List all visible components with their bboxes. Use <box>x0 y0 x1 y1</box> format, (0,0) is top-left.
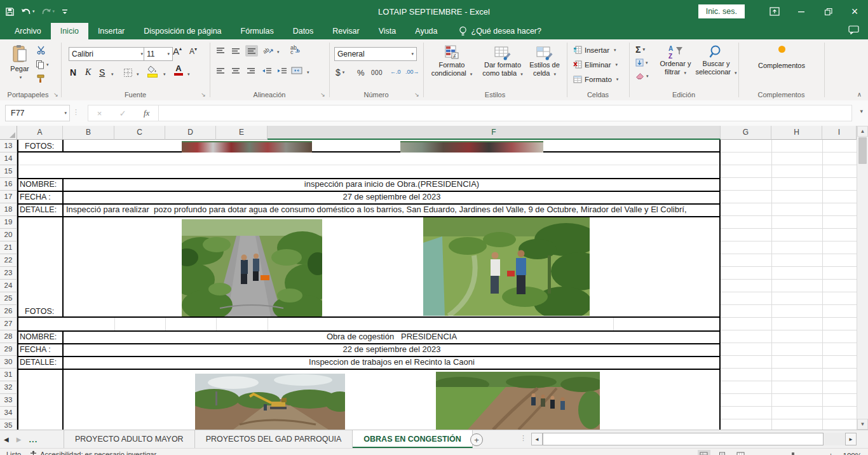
cell-b18-value[interactable]: Inspecció para realizar pozo profundo pa… <box>63 203 721 216</box>
shrink-font-button[interactable]: A▾ <box>189 47 197 56</box>
insert-function-button[interactable]: fx <box>144 108 149 118</box>
font-size-combobox[interactable]: 11▾ <box>144 47 173 61</box>
confirm-entry-button[interactable]: ✓ <box>119 109 126 118</box>
ribbon-tab-fórmulas[interactable]: Fórmulas <box>231 23 283 39</box>
row-header-16[interactable]: 16 <box>0 178 17 191</box>
delete-cells-button[interactable]: Eliminar▾ <box>573 60 618 69</box>
tab-scrollbar-splitter[interactable]: ⋮ <box>520 434 527 442</box>
zoom-slider[interactable]: − + <box>753 451 833 455</box>
cell-a29[interactable]: FECHA : <box>17 343 63 356</box>
row-header-17[interactable]: 17 <box>0 191 17 203</box>
cell-a16[interactable]: NOMBRE: <box>17 178 63 191</box>
save-button[interactable] <box>5 7 15 17</box>
row-header-29[interactable]: 29 <box>0 343 17 356</box>
copy-dropdown[interactable]: ▾ <box>46 62 49 67</box>
format-cells-button[interactable]: Formato▾ <box>573 75 618 83</box>
photo-excavator-road[interactable] <box>195 374 345 430</box>
column-header-C[interactable]: C <box>114 126 165 140</box>
restore-button[interactable] <box>815 0 841 23</box>
decrease-decimal-button[interactable]: .00→ <box>405 69 419 75</box>
scroll-down-button[interactable]: ▼ <box>857 419 868 430</box>
ribbon-tab-inicio[interactable]: Inicio <box>51 23 88 39</box>
close-button[interactable]: × <box>841 0 868 23</box>
fill-button[interactable]: ▾ <box>635 58 648 67</box>
photo-strip-event-2[interactable] <box>400 141 543 153</box>
row-header-21[interactable]: 21 <box>0 241 17 254</box>
fill-color-dropdown[interactable]: ▾ <box>163 72 166 77</box>
sheet-tab-proyecto-adulto-mayor[interactable]: PROYECTO ADULTO MAYOR <box>64 430 195 448</box>
borders-dropdown[interactable]: ▾ <box>137 72 139 77</box>
decrease-indent-button[interactable] <box>262 67 272 75</box>
expand-formula-bar-button[interactable]: ▾ <box>860 108 863 114</box>
align-center-button[interactable] <box>231 67 240 75</box>
row-header-23[interactable]: 23 <box>0 267 17 280</box>
sheet-tab-obras-en-congestión[interactable]: OBRAS EN CONGESTIÓN <box>353 430 473 448</box>
row-header-28[interactable]: 28 <box>0 330 17 343</box>
feedback-icon[interactable] <box>848 25 859 34</box>
tell-me-search[interactable]: ¿Qué desea hacer? <box>459 23 542 39</box>
column-header-E[interactable]: E <box>216 126 268 140</box>
row-header-33[interactable]: 33 <box>0 394 17 407</box>
column-header-B[interactable]: B <box>63 126 114 140</box>
normal-view-button[interactable] <box>698 450 710 455</box>
row-header-13[interactable]: 13 <box>0 140 17 153</box>
ribbon-tab-archivo[interactable]: Archivo <box>5 23 51 39</box>
row-header-27[interactable]: 27 <box>0 318 17 330</box>
redo-button[interactable]: ▾ <box>41 7 55 16</box>
bold-button[interactable]: N <box>70 67 76 78</box>
column-header-G[interactable]: G <box>721 126 771 140</box>
cell-a28[interactable]: NOMBRE: <box>17 330 63 343</box>
cell-b28-value[interactable]: Obra de cogestión PRESIDENCIA <box>63 330 721 343</box>
fill-color-button[interactable] <box>147 65 158 78</box>
name-box[interactable]: F77 ▾ <box>5 105 70 121</box>
row-header-20[interactable]: 20 <box>0 229 17 241</box>
row-header-25[interactable]: 25 <box>0 292 17 305</box>
page-layout-view-button[interactable] <box>716 450 729 455</box>
row-header-31[interactable]: 31 <box>0 369 17 381</box>
borders-button[interactable] <box>123 68 133 78</box>
clear-button[interactable]: ▾ <box>635 72 649 80</box>
cell-a26[interactable]: FOTOS: <box>17 305 63 318</box>
cut-button[interactable] <box>37 46 46 55</box>
formula-input[interactable] <box>158 105 852 121</box>
horizontal-scroll-thumb[interactable] <box>543 433 824 445</box>
zoom-level[interactable]: 100% <box>839 452 862 455</box>
cell-a13[interactable]: FOTOS: <box>17 140 63 153</box>
grow-font-button[interactable]: A▴ <box>173 46 182 57</box>
row-header-22[interactable]: 22 <box>0 254 17 267</box>
sheet-tabs-ellipsis[interactable]: ... <box>29 435 37 444</box>
align-left-button[interactable] <box>216 67 225 75</box>
currency-button[interactable]: $▾ <box>336 67 344 78</box>
cell-b16-value[interactable]: inspección para inicio de Obra.(PRESIDEN… <box>63 178 721 191</box>
autosum-button[interactable]: Σ▾ <box>635 44 645 55</box>
font-color-dropdown[interactable]: ▾ <box>187 72 190 77</box>
ribbon-tab-disposición-de-página[interactable]: Disposición de página <box>134 23 231 39</box>
horizontal-scrollbar[interactable]: ◄ ► <box>531 433 857 445</box>
zoom-out-button[interactable]: − <box>753 451 757 455</box>
scroll-left-button[interactable]: ◄ <box>531 433 543 445</box>
photo-road-inspection[interactable] <box>182 219 322 316</box>
clipboard-dialog-launcher[interactable]: ↘ <box>52 92 60 99</box>
sheet-nav-right[interactable]: ▶ <box>17 436 22 443</box>
column-header-I[interactable]: I <box>822 126 857 140</box>
italic-button[interactable]: K <box>85 67 91 78</box>
align-top-button[interactable] <box>216 47 225 55</box>
select-all-corner[interactable] <box>0 126 17 140</box>
scroll-up-button[interactable]: ▲ <box>857 126 868 137</box>
ribbon-display-options-button[interactable] <box>761 0 788 23</box>
sort-filter-button[interactable]: AZ Ordenar y filtrar ▾ <box>656 44 695 77</box>
cell-a30[interactable]: DETALLE: <box>17 356 63 369</box>
format-painter-button[interactable] <box>36 74 46 83</box>
minimize-button[interactable] <box>788 0 815 23</box>
font-name-combobox[interactable]: Calibri▾ <box>69 47 146 61</box>
zoom-knob[interactable] <box>792 452 794 455</box>
increase-indent-button[interactable] <box>277 67 287 75</box>
align-right-button[interactable] <box>247 67 255 75</box>
redo-dropdown[interactable]: ▾ <box>53 9 55 14</box>
merge-center-button[interactable] <box>291 66 302 75</box>
undo-button[interactable]: ▾ <box>21 7 35 16</box>
underline-button[interactable]: S <box>99 67 105 78</box>
zoom-in-button[interactable]: + <box>829 451 833 455</box>
new-sheet-button[interactable]: + <box>470 433 483 446</box>
insert-cells-button[interactable]: Insertar▾ <box>573 46 616 54</box>
